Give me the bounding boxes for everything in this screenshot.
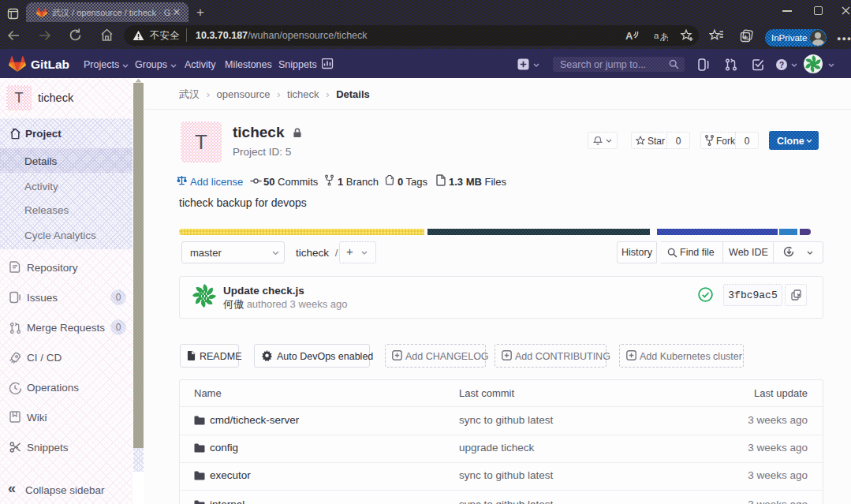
- svg-text:a: a: [654, 31, 659, 40]
- svg-text:あ: あ: [660, 32, 669, 42]
- svg-text:A: A: [625, 30, 633, 42]
- svg-text:?: ?: [779, 61, 784, 69]
